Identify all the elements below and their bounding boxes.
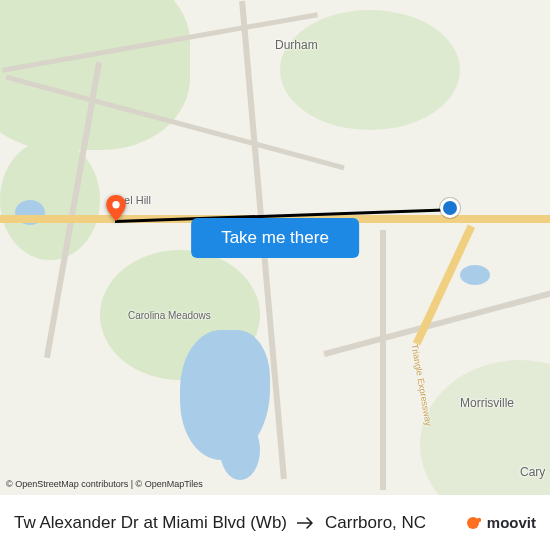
map-label-cary: Cary [520,465,545,479]
map-highway [413,224,475,345]
map-label-carolina-meadows: Carolina Meadows [128,310,211,321]
arrow-right-icon [297,516,315,530]
route-destination-label: Carrboro, NC [325,513,426,533]
map-label-durham: Durham [275,38,318,52]
route-origin-label: Tw Alexander Dr at Miami Blvd (Wb) [14,513,287,533]
route-summary-bar: Tw Alexander Dr at Miami Blvd (Wb) Carrb… [0,495,550,550]
moovit-logo-text: moovit [487,514,536,531]
map-viewport[interactable]: Durham pel Hill Carolina Meadows Morrisv… [0,0,550,495]
map-water [220,420,260,480]
route-text: Tw Alexander Dr at Miami Blvd (Wb) Carrb… [14,513,456,533]
moovit-logo[interactable]: moovit [466,514,536,532]
take-me-there-button[interactable]: Take me there [191,218,359,258]
moovit-logo-icon [466,514,484,532]
map-label-triangle-expressway: Triangle Expressway [409,343,433,427]
map-attribution: © OpenStreetMap contributors | © OpenMap… [6,479,203,489]
map-terrain [280,10,460,130]
destination-marker-icon[interactable] [103,195,129,221]
map-road [380,230,386,490]
map-water [460,265,490,285]
map-label-morrisville: Morrisville [460,396,514,410]
origin-marker-icon[interactable] [440,198,460,218]
svg-point-2 [477,517,481,521]
svg-point-0 [112,201,119,208]
